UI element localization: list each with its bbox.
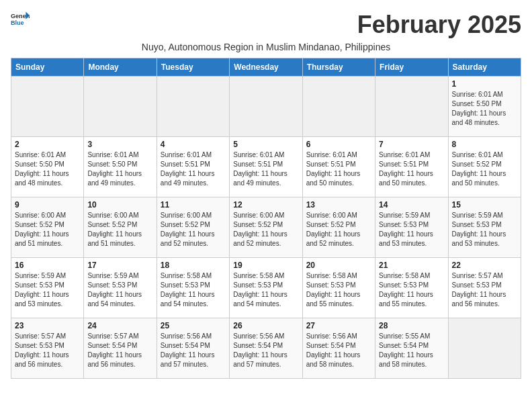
dow-header-tuesday: Tuesday [157, 58, 229, 77]
day-info: Sunrise: 6:01 AMSunset: 5:51 PMDaylight:… [379, 150, 444, 188]
calendar-cell [230, 77, 302, 137]
day-info: Sunrise: 5:59 AMSunset: 5:53 PMDaylight:… [87, 271, 152, 309]
day-number: 27 [306, 321, 371, 330]
calendar-cell: 9Sunrise: 6:00 AMSunset: 5:52 PMDaylight… [11, 197, 84, 258]
day-number: 1 [452, 79, 517, 89]
day-info: Sunrise: 5:59 AMSunset: 5:53 PMDaylight:… [452, 211, 517, 248]
day-info: Sunrise: 5:57 AMSunset: 5:53 PMDaylight:… [452, 271, 517, 309]
calendar-cell: 21Sunrise: 5:58 AMSunset: 5:53 PMDayligh… [375, 258, 448, 318]
day-info: Sunrise: 5:58 AMSunset: 5:53 PMDaylight:… [306, 271, 371, 309]
dow-header-sunday: Sunday [11, 58, 84, 77]
day-info: Sunrise: 5:56 AMSunset: 5:54 PMDaylight:… [306, 332, 371, 369]
day-number: 16 [15, 261, 80, 270]
day-info: Sunrise: 5:59 AMSunset: 5:53 PMDaylight:… [379, 211, 444, 248]
day-info: Sunrise: 6:00 AMSunset: 5:52 PMDaylight:… [15, 211, 80, 248]
day-number: 28 [379, 321, 444, 330]
calendar-cell: 4Sunrise: 6:01 AMSunset: 5:51 PMDaylight… [157, 137, 229, 197]
day-info: Sunrise: 5:58 AMSunset: 5:53 PMDaylight:… [233, 271, 298, 309]
calendar-cell: 6Sunrise: 6:01 AMSunset: 5:51 PMDaylight… [302, 137, 375, 197]
calendar-cell: 19Sunrise: 5:58 AMSunset: 5:53 PMDayligh… [230, 258, 302, 318]
logo: General Blue [11, 11, 30, 27]
day-info: Sunrise: 5:57 AMSunset: 5:54 PMDaylight:… [87, 332, 152, 369]
calendar-cell: 10Sunrise: 6:00 AMSunset: 5:52 PMDayligh… [84, 197, 157, 258]
calendar-cell: 3Sunrise: 6:01 AMSunset: 5:50 PMDaylight… [84, 137, 157, 197]
day-info: Sunrise: 6:00 AMSunset: 5:52 PMDaylight:… [233, 211, 298, 248]
calendar-cell: 1Sunrise: 6:01 AMSunset: 5:50 PMDaylight… [448, 77, 521, 137]
dow-header-saturday: Saturday [448, 58, 521, 77]
day-number: 8 [452, 140, 517, 149]
day-number: 22 [452, 261, 517, 270]
day-info: Sunrise: 6:00 AMSunset: 5:52 PMDaylight:… [87, 211, 152, 248]
day-number: 19 [233, 261, 298, 270]
calendar-subtitle: Nuyo, Autonomous Region in Muslim Mindan… [11, 42, 521, 52]
day-number: 15 [452, 200, 517, 210]
calendar-cell [84, 77, 157, 137]
calendar-cell [448, 318, 521, 379]
dow-header-friday: Friday [375, 58, 448, 77]
logo-icon: General Blue [11, 11, 30, 27]
day-number: 4 [161, 140, 226, 149]
day-info: Sunrise: 6:01 AMSunset: 5:51 PMDaylight:… [161, 150, 226, 188]
day-info: Sunrise: 6:01 AMSunset: 5:50 PMDaylight:… [15, 150, 80, 188]
calendar-cell: 5Sunrise: 6:01 AMSunset: 5:51 PMDaylight… [230, 137, 302, 197]
day-info: Sunrise: 6:01 AMSunset: 5:51 PMDaylight:… [306, 150, 371, 188]
day-number: 26 [233, 321, 298, 330]
day-info: Sunrise: 6:01 AMSunset: 5:52 PMDaylight:… [452, 150, 517, 188]
day-info: Sunrise: 6:01 AMSunset: 5:50 PMDaylight:… [452, 90, 517, 128]
day-info: Sunrise: 5:55 AMSunset: 5:54 PMDaylight:… [379, 332, 444, 369]
calendar-cell: 20Sunrise: 5:58 AMSunset: 5:53 PMDayligh… [302, 258, 375, 318]
calendar-cell: 12Sunrise: 6:00 AMSunset: 5:52 PMDayligh… [230, 197, 302, 258]
calendar-cell: 27Sunrise: 5:56 AMSunset: 5:54 PMDayligh… [302, 318, 375, 379]
calendar-cell: 25Sunrise: 5:56 AMSunset: 5:54 PMDayligh… [157, 318, 229, 379]
dow-header-monday: Monday [84, 58, 157, 77]
calendar-cell: 18Sunrise: 5:58 AMSunset: 5:53 PMDayligh… [157, 258, 229, 318]
day-number: 5 [233, 140, 298, 149]
calendar-cell: 22Sunrise: 5:57 AMSunset: 5:53 PMDayligh… [448, 258, 521, 318]
day-number: 6 [306, 140, 371, 149]
day-number: 3 [87, 140, 152, 149]
calendar-cell: 24Sunrise: 5:57 AMSunset: 5:54 PMDayligh… [84, 318, 157, 379]
calendar-table: SundayMondayTuesdayWednesdayThursdayFrid… [11, 58, 521, 379]
day-info: Sunrise: 5:58 AMSunset: 5:53 PMDaylight:… [161, 271, 226, 309]
calendar-cell [302, 77, 375, 137]
calendar-cell: 17Sunrise: 5:59 AMSunset: 5:53 PMDayligh… [84, 258, 157, 318]
calendar-cell: 26Sunrise: 5:56 AMSunset: 5:54 PMDayligh… [230, 318, 302, 379]
day-number: 21 [379, 261, 444, 270]
calendar-cell: 23Sunrise: 5:57 AMSunset: 5:53 PMDayligh… [11, 318, 84, 379]
day-number: 7 [379, 140, 444, 149]
month-title: February 2025 [357, 11, 521, 39]
day-info: Sunrise: 6:01 AMSunset: 5:50 PMDaylight:… [87, 150, 152, 188]
day-number: 2 [15, 140, 80, 149]
calendar-cell: 14Sunrise: 5:59 AMSunset: 5:53 PMDayligh… [375, 197, 448, 258]
svg-text:Blue: Blue [11, 19, 24, 26]
day-info: Sunrise: 5:56 AMSunset: 5:54 PMDaylight:… [233, 332, 298, 369]
day-info: Sunrise: 5:57 AMSunset: 5:53 PMDaylight:… [15, 332, 80, 369]
calendar-cell: 15Sunrise: 5:59 AMSunset: 5:53 PMDayligh… [448, 197, 521, 258]
day-number: 18 [161, 261, 226, 270]
day-number: 24 [87, 321, 152, 330]
calendar-cell: 8Sunrise: 6:01 AMSunset: 5:52 PMDaylight… [448, 137, 521, 197]
calendar-cell: 16Sunrise: 5:59 AMSunset: 5:53 PMDayligh… [11, 258, 84, 318]
day-info: Sunrise: 6:00 AMSunset: 5:52 PMDaylight:… [306, 211, 371, 248]
dow-header-wednesday: Wednesday [230, 58, 302, 77]
calendar-cell: 11Sunrise: 6:00 AMSunset: 5:52 PMDayligh… [157, 197, 229, 258]
day-number: 17 [87, 261, 152, 270]
day-info: Sunrise: 6:01 AMSunset: 5:51 PMDaylight:… [233, 150, 298, 188]
calendar-cell: 7Sunrise: 6:01 AMSunset: 5:51 PMDaylight… [375, 137, 448, 197]
calendar-cell [375, 77, 448, 137]
day-number: 25 [161, 321, 226, 330]
calendar-cell [11, 77, 84, 137]
day-info: Sunrise: 6:00 AMSunset: 5:52 PMDaylight:… [161, 211, 226, 248]
day-number: 23 [15, 321, 80, 330]
day-number: 13 [306, 200, 371, 210]
day-number: 14 [379, 200, 444, 210]
calendar-cell: 2Sunrise: 6:01 AMSunset: 5:50 PMDaylight… [11, 137, 84, 197]
dow-header-thursday: Thursday [302, 58, 375, 77]
day-info: Sunrise: 5:59 AMSunset: 5:53 PMDaylight:… [15, 271, 80, 309]
calendar-cell [157, 77, 229, 137]
day-number: 12 [233, 200, 298, 210]
day-info: Sunrise: 5:56 AMSunset: 5:54 PMDaylight:… [161, 332, 226, 369]
day-number: 11 [161, 200, 226, 210]
day-info: Sunrise: 5:58 AMSunset: 5:53 PMDaylight:… [379, 271, 444, 309]
day-number: 10 [87, 200, 152, 210]
